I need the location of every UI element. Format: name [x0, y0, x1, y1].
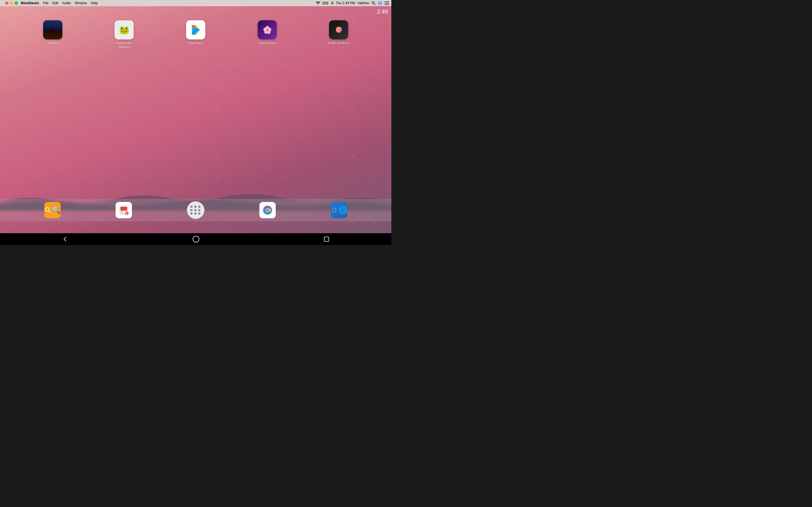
- dock-app-drawer[interactable]: [187, 202, 204, 219]
- android-clock: 2:49: [377, 8, 388, 15]
- heroes-label: Heroes: [48, 41, 57, 45]
- soul-destiny-label: Soul Destiny: [259, 41, 276, 45]
- android-navbar: [0, 233, 391, 245]
- back-arrow-icon: [62, 236, 68, 242]
- drawer-dot: [198, 206, 200, 208]
- audio-menu[interactable]: Audio: [62, 1, 71, 5]
- svg-line-17: [49, 211, 51, 213]
- soul-destiny-icon-wrapper: 🌸: [258, 20, 277, 40]
- play-store-label: Play Store: [189, 41, 203, 45]
- heroes-app-icon[interactable]: ⚔ Heroes: [40, 20, 65, 45]
- app-name-label[interactable]: BlueStacks: [21, 1, 39, 5]
- file-menu[interactable]: File: [43, 1, 49, 5]
- svg-text:⚡: ⚡: [324, 3, 326, 4]
- drawer-dot: [198, 212, 200, 215]
- svg-rect-34: [324, 237, 329, 241]
- svg-rect-20: [120, 211, 123, 212]
- nav-home-button[interactable]: [192, 235, 200, 243]
- text-input-icon: A: [331, 1, 334, 5]
- dock-globe-icon[interactable]: [331, 202, 347, 218]
- dock-chrome-icon[interactable]: [259, 202, 276, 218]
- pubg-icon-wrapper: 🎯: [329, 20, 348, 40]
- home-circle-icon: [192, 235, 200, 243]
- svg-point-7: [379, 2, 381, 3]
- drawer-dot: [194, 206, 197, 208]
- edit-menu[interactable]: Edit: [52, 1, 58, 5]
- clock-display: Thu 2:49 PM: [336, 1, 355, 5]
- native-libs-app-icon[interactable]: 🐸 Native Libs Monitor: [111, 20, 137, 49]
- native-libs-icon-wrapper: 🐸: [114, 20, 134, 40]
- dock-slides-icon[interactable]: [116, 202, 132, 218]
- android-screen: 2:49 ⚔ Heroes 🐸: [0, 6, 391, 233]
- mac-menubar: BlueStacks File Edit Audio Window Help ⚡…: [0, 0, 391, 6]
- window-menu[interactable]: Window: [75, 1, 87, 5]
- help-menu[interactable]: Help: [91, 1, 98, 5]
- battery-icon: ⚡: [322, 1, 329, 5]
- dock-search-icon[interactable]: [44, 202, 61, 218]
- minimize-button[interactable]: [10, 1, 13, 5]
- play-store-triangle-icon: [190, 24, 202, 36]
- chrome-icon: [261, 204, 274, 216]
- drawer-dot: [190, 209, 193, 211]
- globe-icon: [331, 205, 338, 216]
- maximize-button[interactable]: [15, 1, 18, 5]
- drawer-dot: [198, 209, 200, 211]
- svg-rect-19: [120, 207, 127, 211]
- play-store-app-icon[interactable]: Play Store: [183, 20, 208, 45]
- svg-rect-21: [120, 213, 124, 214]
- recents-square-icon: [323, 236, 329, 242]
- svg-point-26: [266, 209, 269, 212]
- svg-point-31: [335, 209, 336, 209]
- menubar-right: ⚡ A Thu 2:49 PM Vaibhav: [316, 1, 389, 5]
- drawer-dot: [190, 212, 193, 215]
- play-store-icon-wrapper: [186, 20, 205, 40]
- dock-bar: [0, 199, 391, 221]
- soul-destiny-app-icon[interactable]: 🌸 Soul Destiny: [255, 20, 280, 45]
- nav-recents-button[interactable]: [323, 236, 329, 242]
- search-icon: [44, 206, 52, 215]
- menu-items: BlueStacks File Edit Audio Window Help: [21, 1, 98, 5]
- close-button[interactable]: [5, 1, 8, 5]
- heroes-icon-wrapper: ⚔: [43, 20, 62, 40]
- svg-rect-1: [327, 3, 328, 4]
- slides-icon: [118, 204, 130, 216]
- svg-point-33: [193, 236, 199, 242]
- spotlight-search-icon[interactable]: [371, 1, 375, 5]
- user-avatar-icon[interactable]: [378, 1, 382, 5]
- native-libs-label: Native Libs Monitor: [111, 41, 137, 49]
- control-center-icon[interactable]: [385, 1, 389, 5]
- svg-line-5: [374, 4, 375, 5]
- drawer-dot: [190, 206, 193, 208]
- app-icons-row: ⚔ Heroes 🐸 Native Libs Monitor: [0, 20, 391, 49]
- nav-back-button[interactable]: [62, 236, 68, 242]
- drawer-dot: [194, 209, 197, 211]
- user-name: Vaibhav: [357, 1, 369, 5]
- drawer-dot: [194, 212, 197, 215]
- pubg-app-icon[interactable]: 🎯 PUBG MOBILE: [326, 20, 351, 45]
- wifi-icon: [316, 1, 320, 5]
- bluestacks-window: 2:49 ⚔ Heroes 🐸: [0, 6, 391, 245]
- pubg-label: PUBG MOBILE: [328, 41, 349, 45]
